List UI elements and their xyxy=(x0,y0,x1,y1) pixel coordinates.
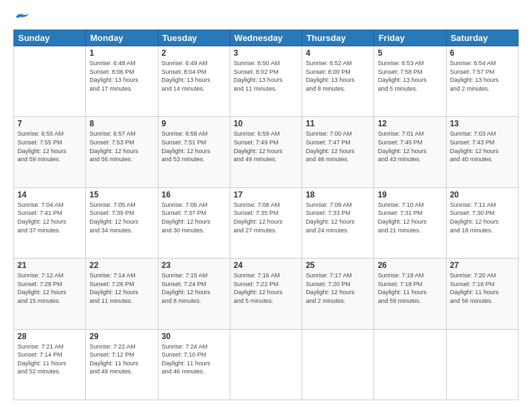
cell-content: Sunrise: 7:09 AMSunset: 7:33 PMDaylight:… xyxy=(306,201,370,234)
day-header-friday: Friday xyxy=(374,30,446,46)
cell-content: Sunrise: 6:50 AMSunset: 8:02 PMDaylight:… xyxy=(234,59,298,93)
cell-content: Sunrise: 7:04 AMSunset: 7:41 PMDaylight:… xyxy=(17,201,82,234)
cell-content: Sunrise: 7:15 AMSunset: 7:24 PMDaylight:… xyxy=(162,271,226,305)
day-number: 12 xyxy=(378,119,442,128)
day-number: 14 xyxy=(17,190,82,199)
cell-content: Sunrise: 7:05 AMSunset: 7:39 PMDaylight:… xyxy=(89,201,154,234)
cell-content: Sunrise: 7:24 AMSunset: 7:10 PMDaylight:… xyxy=(162,342,226,376)
cell-content: Sunrise: 7:06 AMSunset: 7:37 PMDaylight:… xyxy=(162,201,226,234)
calendar-cell: 15Sunrise: 7:05 AMSunset: 7:39 PMDayligh… xyxy=(86,187,158,258)
day-number: 20 xyxy=(450,190,515,199)
calendar-cell: 23Sunrise: 7:15 AMSunset: 7:24 PMDayligh… xyxy=(158,259,230,329)
day-number: 18 xyxy=(306,190,370,199)
calendar-cell xyxy=(302,329,374,400)
calendar-header: SundayMondayTuesdayWednesdayThursdayFrid… xyxy=(14,30,519,46)
cell-content: Sunrise: 7:14 AMSunset: 7:26 PMDaylight:… xyxy=(89,271,154,305)
day-number: 3 xyxy=(234,48,298,58)
cell-content: Sunrise: 7:19 AMSunset: 7:18 PMDaylight:… xyxy=(378,271,442,305)
calendar-cell: 7Sunrise: 6:55 AMSunset: 7:55 PMDaylight… xyxy=(14,117,86,187)
cell-content: Sunrise: 6:49 AMSunset: 8:04 PMDaylight:… xyxy=(162,59,226,93)
day-number: 30 xyxy=(162,332,226,341)
week-row-2: 7Sunrise: 6:55 AMSunset: 7:55 PMDaylight… xyxy=(14,117,519,187)
calendar-page: SundayMondayTuesdayWednesdayThursdayFrid… xyxy=(0,0,532,411)
calendar-cell: 8Sunrise: 6:57 AMSunset: 7:53 PMDaylight… xyxy=(86,117,158,187)
day-number: 5 xyxy=(378,48,442,58)
calendar-cell: 16Sunrise: 7:06 AMSunset: 7:37 PMDayligh… xyxy=(158,187,230,258)
calendar-cell: 24Sunrise: 7:16 AMSunset: 7:22 PMDayligh… xyxy=(230,259,302,329)
calendar-cell: 28Sunrise: 7:21 AMSunset: 7:14 PMDayligh… xyxy=(14,329,86,400)
day-header-saturday: Saturday xyxy=(446,30,518,46)
calendar-cell xyxy=(230,329,302,400)
calendar-table: SundayMondayTuesdayWednesdayThursdayFrid… xyxy=(13,30,519,400)
day-number: 11 xyxy=(306,119,370,128)
day-number: 10 xyxy=(234,119,298,128)
calendar-cell: 22Sunrise: 7:14 AMSunset: 7:26 PMDayligh… xyxy=(86,259,158,329)
week-row-1: 1Sunrise: 6:48 AMSunset: 8:06 PMDaylight… xyxy=(14,46,519,117)
calendar-cell: 10Sunrise: 6:59 AMSunset: 7:49 PMDayligh… xyxy=(230,117,302,187)
cell-content: Sunrise: 6:57 AMSunset: 7:53 PMDaylight:… xyxy=(89,130,154,163)
calendar-cell xyxy=(446,329,518,400)
week-row-4: 21Sunrise: 7:12 AMSunset: 7:28 PMDayligh… xyxy=(14,259,519,329)
day-number: 2 xyxy=(162,48,226,58)
day-header-monday: Monday xyxy=(86,30,158,46)
calendar-cell: 6Sunrise: 6:54 AMSunset: 7:57 PMDaylight… xyxy=(446,46,518,117)
calendar-cell: 27Sunrise: 7:20 AMSunset: 7:16 PMDayligh… xyxy=(446,259,518,329)
calendar-cell: 21Sunrise: 7:12 AMSunset: 7:28 PMDayligh… xyxy=(14,259,86,329)
calendar-cell: 30Sunrise: 7:24 AMSunset: 7:10 PMDayligh… xyxy=(158,329,230,400)
header xyxy=(13,11,519,23)
calendar-cell: 25Sunrise: 7:17 AMSunset: 7:20 PMDayligh… xyxy=(302,259,374,329)
cell-content: Sunrise: 7:01 AMSunset: 7:45 PMDaylight:… xyxy=(378,130,442,163)
calendar-cell: 5Sunrise: 6:53 AMSunset: 7:58 PMDaylight… xyxy=(374,46,446,117)
calendar-cell: 17Sunrise: 7:08 AMSunset: 7:35 PMDayligh… xyxy=(230,187,302,258)
day-number: 4 xyxy=(306,48,370,58)
calendar-cell: 2Sunrise: 6:49 AMSunset: 8:04 PMDaylight… xyxy=(158,46,230,117)
day-number: 15 xyxy=(89,190,154,199)
cell-content: Sunrise: 7:12 AMSunset: 7:28 PMDaylight:… xyxy=(17,271,82,305)
cell-content: Sunrise: 7:03 AMSunset: 7:43 PMDaylight:… xyxy=(450,130,515,163)
day-number: 28 xyxy=(17,332,82,341)
calendar-body: 1Sunrise: 6:48 AMSunset: 8:06 PMDaylight… xyxy=(14,46,519,400)
day-number: 8 xyxy=(89,119,154,128)
calendar-cell: 4Sunrise: 6:52 AMSunset: 8:00 PMDaylight… xyxy=(302,46,374,117)
day-header-thursday: Thursday xyxy=(302,30,374,46)
cell-content: Sunrise: 6:52 AMSunset: 8:00 PMDaylight:… xyxy=(306,59,370,93)
cell-content: Sunrise: 6:59 AMSunset: 7:49 PMDaylight:… xyxy=(234,130,298,163)
day-number: 13 xyxy=(450,119,515,128)
calendar-cell: 18Sunrise: 7:09 AMSunset: 7:33 PMDayligh… xyxy=(302,187,374,258)
calendar-cell: 3Sunrise: 6:50 AMSunset: 8:02 PMDaylight… xyxy=(230,46,302,117)
calendar-cell: 9Sunrise: 6:58 AMSunset: 7:51 PMDaylight… xyxy=(158,117,230,187)
calendar-cell xyxy=(374,329,446,400)
calendar-cell: 29Sunrise: 7:22 AMSunset: 7:12 PMDayligh… xyxy=(86,329,158,400)
cell-content: Sunrise: 7:00 AMSunset: 7:47 PMDaylight:… xyxy=(306,130,370,163)
calendar-cell: 26Sunrise: 7:19 AMSunset: 7:18 PMDayligh… xyxy=(374,259,446,329)
day-number: 23 xyxy=(162,261,226,270)
day-number: 27 xyxy=(450,261,515,270)
calendar-cell: 13Sunrise: 7:03 AMSunset: 7:43 PMDayligh… xyxy=(446,117,518,187)
cell-content: Sunrise: 6:54 AMSunset: 7:57 PMDaylight:… xyxy=(450,59,515,93)
day-number: 1 xyxy=(89,48,154,58)
day-number: 21 xyxy=(17,261,82,270)
week-row-5: 28Sunrise: 7:21 AMSunset: 7:14 PMDayligh… xyxy=(14,329,519,400)
day-number: 19 xyxy=(378,190,442,199)
calendar-cell xyxy=(14,46,86,117)
day-number: 6 xyxy=(450,48,515,58)
day-number: 25 xyxy=(306,261,370,270)
cell-content: Sunrise: 6:55 AMSunset: 7:55 PMDaylight:… xyxy=(17,130,82,163)
day-number: 26 xyxy=(378,261,442,270)
day-number: 24 xyxy=(234,261,298,270)
day-number: 17 xyxy=(234,190,298,199)
cell-content: Sunrise: 7:22 AMSunset: 7:12 PMDaylight:… xyxy=(89,342,154,376)
calendar-cell: 12Sunrise: 7:01 AMSunset: 7:45 PMDayligh… xyxy=(374,117,446,187)
day-header-tuesday: Tuesday xyxy=(158,30,230,46)
day-number: 16 xyxy=(162,190,226,199)
logo-bird-icon xyxy=(15,11,31,23)
calendar-cell: 20Sunrise: 7:11 AMSunset: 7:30 PMDayligh… xyxy=(446,187,518,258)
day-number: 29 xyxy=(89,332,154,341)
cell-content: Sunrise: 6:53 AMSunset: 7:58 PMDaylight:… xyxy=(378,59,442,93)
cell-content: Sunrise: 6:58 AMSunset: 7:51 PMDaylight:… xyxy=(162,130,226,163)
calendar-cell: 1Sunrise: 6:48 AMSunset: 8:06 PMDaylight… xyxy=(86,46,158,117)
cell-content: Sunrise: 6:48 AMSunset: 8:06 PMDaylight:… xyxy=(89,59,154,93)
cell-content: Sunrise: 7:17 AMSunset: 7:20 PMDaylight:… xyxy=(306,271,370,305)
cell-content: Sunrise: 7:11 AMSunset: 7:30 PMDaylight:… xyxy=(450,201,515,234)
day-number: 22 xyxy=(89,261,154,270)
